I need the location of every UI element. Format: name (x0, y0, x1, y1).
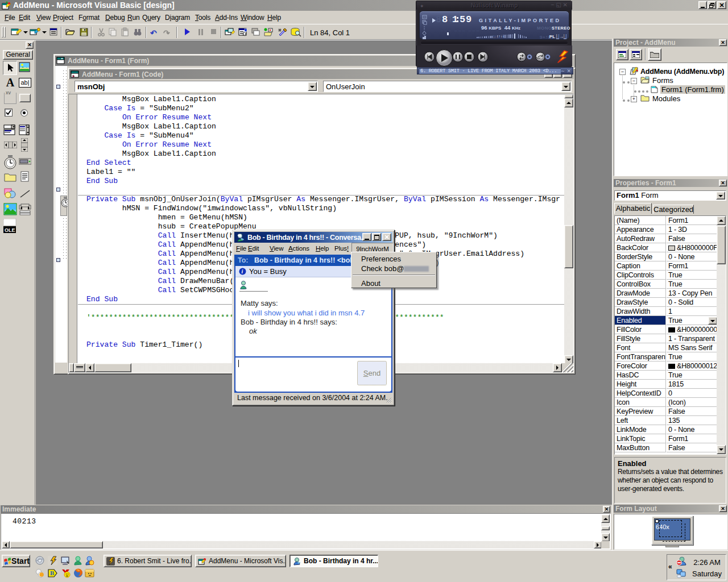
svg-text:i: i (242, 268, 243, 275)
svg-text:OLE: OLE (5, 227, 15, 233)
svg-text:B: B (50, 569, 55, 576)
